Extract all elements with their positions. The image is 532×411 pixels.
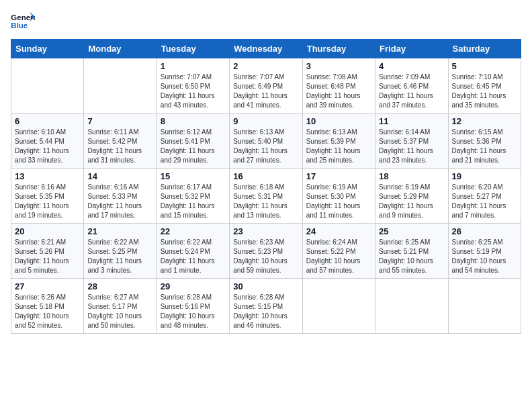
day-info: Sunrise: 6:22 AM Sunset: 5:24 PM Dayligh… xyxy=(161,238,226,275)
calendar-cell xyxy=(448,279,521,334)
day-info: Sunrise: 6:13 AM Sunset: 5:40 PM Dayligh… xyxy=(233,128,298,165)
day-info: Sunrise: 6:26 AM Sunset: 5:18 PM Dayligh… xyxy=(15,293,80,330)
day-number: 7 xyxy=(87,116,152,126)
day-info: Sunrise: 6:24 AM Sunset: 5:22 PM Dayligh… xyxy=(306,238,371,275)
calendar-cell: 9Sunrise: 6:13 AM Sunset: 5:40 PM Daylig… xyxy=(230,113,302,169)
day-number: 28 xyxy=(87,281,152,291)
calendar-cell: 8Sunrise: 6:12 AM Sunset: 5:41 PM Daylig… xyxy=(157,113,229,169)
calendar-cell: 6Sunrise: 6:10 AM Sunset: 5:44 PM Daylig… xyxy=(11,113,84,169)
day-number: 21 xyxy=(87,226,152,236)
calendar-cell: 7Sunrise: 6:11 AM Sunset: 5:42 PM Daylig… xyxy=(84,113,157,169)
calendar-cell: 21Sunrise: 6:22 AM Sunset: 5:25 PM Dayli… xyxy=(84,224,157,279)
calendar-cell: 23Sunrise: 6:23 AM Sunset: 5:23 PM Dayli… xyxy=(230,224,302,279)
calendar-cell: 25Sunrise: 6:25 AM Sunset: 5:21 PM Dayli… xyxy=(375,224,448,279)
day-number: 23 xyxy=(233,226,298,236)
weekday-header-tuesday: Tuesday xyxy=(157,40,229,58)
calendar-cell: 11Sunrise: 6:14 AM Sunset: 5:37 PM Dayli… xyxy=(375,113,448,169)
svg-text:Blue: Blue xyxy=(11,21,28,30)
calendar-cell: 13Sunrise: 6:16 AM Sunset: 5:35 PM Dayli… xyxy=(11,169,84,224)
day-number: 17 xyxy=(306,171,371,181)
calendar-cell: 29Sunrise: 6:28 AM Sunset: 5:16 PM Dayli… xyxy=(157,279,229,334)
calendar-cell xyxy=(84,58,157,113)
day-number: 24 xyxy=(306,226,371,236)
day-info: Sunrise: 6:18 AM Sunset: 5:31 PM Dayligh… xyxy=(233,183,298,220)
calendar-cell: 4Sunrise: 7:09 AM Sunset: 6:46 PM Daylig… xyxy=(375,58,448,113)
logo: General Blue xyxy=(11,11,39,31)
svg-text:General: General xyxy=(11,13,35,21)
calendar-cell: 14Sunrise: 6:16 AM Sunset: 5:33 PM Dayli… xyxy=(84,169,157,224)
weekday-header-friday: Friday xyxy=(375,40,448,58)
day-number: 26 xyxy=(452,226,517,236)
day-info: Sunrise: 6:20 AM Sunset: 5:27 PM Dayligh… xyxy=(452,183,517,220)
day-info: Sunrise: 6:11 AM Sunset: 5:42 PM Dayligh… xyxy=(87,128,152,165)
day-info: Sunrise: 7:10 AM Sunset: 6:45 PM Dayligh… xyxy=(452,73,517,110)
logo-icon: General Blue xyxy=(11,11,35,31)
day-info: Sunrise: 7:08 AM Sunset: 6:48 PM Dayligh… xyxy=(306,73,371,110)
day-info: Sunrise: 6:19 AM Sunset: 5:30 PM Dayligh… xyxy=(306,183,371,220)
day-info: Sunrise: 7:09 AM Sunset: 6:46 PM Dayligh… xyxy=(379,73,444,110)
day-number: 3 xyxy=(306,61,371,71)
day-number: 13 xyxy=(15,171,80,181)
day-number: 18 xyxy=(379,171,444,181)
day-number: 20 xyxy=(15,226,80,236)
day-number: 11 xyxy=(379,116,444,126)
day-number: 12 xyxy=(452,116,517,126)
day-info: Sunrise: 6:22 AM Sunset: 5:25 PM Dayligh… xyxy=(87,238,152,275)
day-info: Sunrise: 7:07 AM Sunset: 6:50 PM Dayligh… xyxy=(161,73,226,110)
calendar-cell: 19Sunrise: 6:20 AM Sunset: 5:27 PM Dayli… xyxy=(448,169,521,224)
day-number: 30 xyxy=(233,281,298,291)
calendar-cell: 3Sunrise: 7:08 AM Sunset: 6:48 PM Daylig… xyxy=(302,58,375,113)
day-info: Sunrise: 6:16 AM Sunset: 5:35 PM Dayligh… xyxy=(15,183,80,220)
weekday-header-thursday: Thursday xyxy=(302,40,375,58)
calendar-cell: 18Sunrise: 6:19 AM Sunset: 5:29 PM Dayli… xyxy=(375,169,448,224)
calendar-cell xyxy=(302,279,375,334)
day-info: Sunrise: 6:28 AM Sunset: 5:16 PM Dayligh… xyxy=(161,293,226,330)
day-info: Sunrise: 6:25 AM Sunset: 5:21 PM Dayligh… xyxy=(379,238,444,275)
day-info: Sunrise: 6:17 AM Sunset: 5:32 PM Dayligh… xyxy=(161,183,226,220)
day-info: Sunrise: 6:27 AM Sunset: 5:17 PM Dayligh… xyxy=(87,293,152,330)
day-info: Sunrise: 6:25 AM Sunset: 5:19 PM Dayligh… xyxy=(452,238,517,275)
calendar-cell: 2Sunrise: 7:07 AM Sunset: 6:49 PM Daylig… xyxy=(230,58,302,113)
day-info: Sunrise: 7:07 AM Sunset: 6:49 PM Dayligh… xyxy=(233,73,298,110)
day-info: Sunrise: 6:13 AM Sunset: 5:39 PM Dayligh… xyxy=(306,128,371,165)
day-number: 16 xyxy=(233,171,298,181)
day-info: Sunrise: 6:28 AM Sunset: 5:15 PM Dayligh… xyxy=(233,293,298,330)
day-info: Sunrise: 6:21 AM Sunset: 5:26 PM Dayligh… xyxy=(15,238,80,275)
day-number: 8 xyxy=(161,116,226,126)
weekday-header-saturday: Saturday xyxy=(448,40,521,58)
weekday-header-monday: Monday xyxy=(84,40,157,58)
weekday-header-wednesday: Wednesday xyxy=(230,40,302,58)
calendar-cell: 10Sunrise: 6:13 AM Sunset: 5:39 PM Dayli… xyxy=(302,113,375,169)
weekday-header-sunday: Sunday xyxy=(11,40,84,58)
calendar-cell: 24Sunrise: 6:24 AM Sunset: 5:22 PM Dayli… xyxy=(302,224,375,279)
day-number: 1 xyxy=(161,61,226,71)
day-number: 27 xyxy=(15,281,80,291)
calendar-cell: 1Sunrise: 7:07 AM Sunset: 6:50 PM Daylig… xyxy=(157,58,229,113)
day-number: 9 xyxy=(233,116,298,126)
page-header: General Blue xyxy=(11,11,521,31)
day-number: 15 xyxy=(161,171,226,181)
calendar-cell: 5Sunrise: 7:10 AM Sunset: 6:45 PM Daylig… xyxy=(448,58,521,113)
day-number: 29 xyxy=(161,281,226,291)
day-number: 25 xyxy=(379,226,444,236)
calendar-cell: 16Sunrise: 6:18 AM Sunset: 5:31 PM Dayli… xyxy=(230,169,302,224)
day-info: Sunrise: 6:15 AM Sunset: 5:36 PM Dayligh… xyxy=(452,128,517,165)
day-number: 14 xyxy=(87,171,152,181)
day-info: Sunrise: 6:19 AM Sunset: 5:29 PM Dayligh… xyxy=(379,183,444,220)
day-number: 5 xyxy=(452,61,517,71)
day-number: 4 xyxy=(379,61,444,71)
calendar-cell: 27Sunrise: 6:26 AM Sunset: 5:18 PM Dayli… xyxy=(11,279,84,334)
calendar-cell: 12Sunrise: 6:15 AM Sunset: 5:36 PM Dayli… xyxy=(448,113,521,169)
calendar-cell: 26Sunrise: 6:25 AM Sunset: 5:19 PM Dayli… xyxy=(448,224,521,279)
day-info: Sunrise: 6:23 AM Sunset: 5:23 PM Dayligh… xyxy=(233,238,298,275)
calendar-cell: 20Sunrise: 6:21 AM Sunset: 5:26 PM Dayli… xyxy=(11,224,84,279)
day-number: 2 xyxy=(233,61,298,71)
calendar-cell: 28Sunrise: 6:27 AM Sunset: 5:17 PM Dayli… xyxy=(84,279,157,334)
calendar-cell: 15Sunrise: 6:17 AM Sunset: 5:32 PM Dayli… xyxy=(157,169,229,224)
day-info: Sunrise: 6:10 AM Sunset: 5:44 PM Dayligh… xyxy=(15,128,80,165)
day-info: Sunrise: 6:14 AM Sunset: 5:37 PM Dayligh… xyxy=(379,128,444,165)
calendar-cell xyxy=(11,58,84,113)
day-number: 19 xyxy=(452,171,517,181)
day-number: 6 xyxy=(15,116,80,126)
calendar-cell: 30Sunrise: 6:28 AM Sunset: 5:15 PM Dayli… xyxy=(230,279,302,334)
